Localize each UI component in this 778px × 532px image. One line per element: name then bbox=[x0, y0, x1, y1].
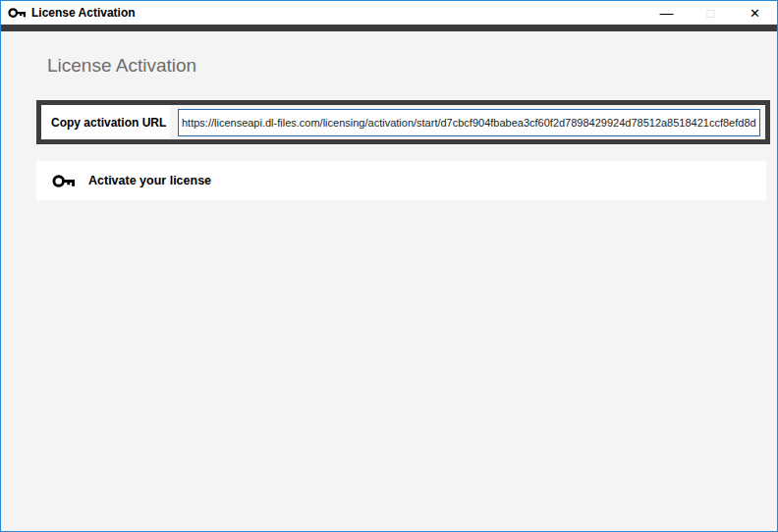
activate-license-row[interactable]: Activate your license bbox=[36, 161, 766, 200]
license-activation-window: License Activation — □ ✕ License Activat… bbox=[0, 0, 778, 532]
titlebar-divider-band bbox=[1, 25, 777, 31]
copy-activation-url-label: Copy activation URL bbox=[51, 116, 166, 130]
title-bar: License Activation — □ ✕ bbox=[1, 1, 777, 25]
copy-activation-url-section: Copy activation URL bbox=[36, 100, 770, 144]
key-icon bbox=[8, 6, 26, 20]
close-button[interactable]: ✕ bbox=[733, 1, 777, 25]
minimize-button[interactable]: — bbox=[644, 1, 689, 25]
caption-controls: — □ ✕ bbox=[644, 1, 777, 25]
copy-activation-url-label-cell: Copy activation URL bbox=[41, 105, 170, 139]
maximize-button[interactable]: □ bbox=[689, 1, 733, 25]
activate-license-label: Activate your license bbox=[88, 174, 211, 187]
window-title: License Activation bbox=[31, 6, 136, 20]
activation-url-input[interactable] bbox=[178, 109, 760, 136]
page-title: License Activation bbox=[47, 55, 196, 77]
key-icon bbox=[52, 173, 75, 189]
